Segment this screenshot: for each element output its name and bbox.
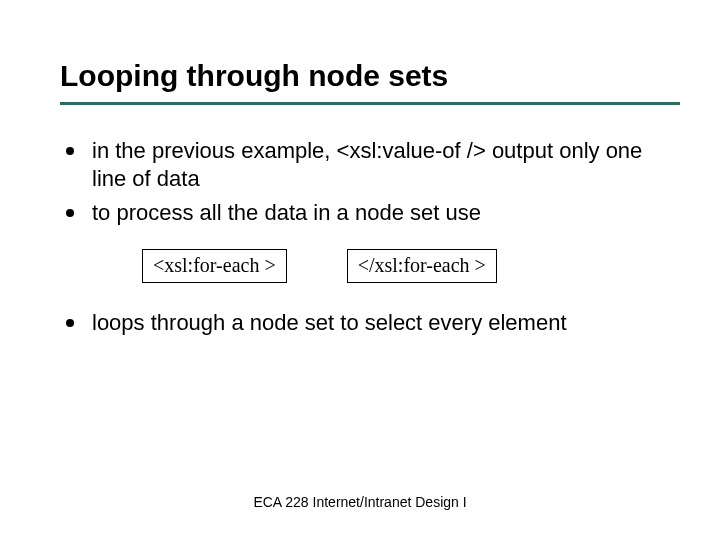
bullet-text: in the previous example, <xsl:value-of /… [92, 138, 642, 191]
code-row: <xsl:for-each > </xsl:for-each > [142, 249, 680, 283]
footer-text: ECA 228 Internet/Intranet Design I [0, 494, 720, 510]
slide: Looping through node sets in the previou… [0, 0, 720, 540]
bullet-list: loops through a node set to select every… [60, 309, 680, 337]
bullet-text: to process all the data in a node set us… [92, 200, 481, 225]
slide-title: Looping through node sets [60, 60, 680, 105]
code-box-close: </xsl:for-each > [347, 249, 497, 283]
bullet-item: loops through a node set to select every… [60, 309, 680, 337]
bullet-item: to process all the data in a node set us… [60, 199, 680, 227]
bullet-item: in the previous example, <xsl:value-of /… [60, 137, 680, 193]
code-box-open: <xsl:for-each > [142, 249, 287, 283]
bullet-list: in the previous example, <xsl:value-of /… [60, 137, 680, 227]
bullet-text: loops through a node set to select every… [92, 310, 567, 335]
